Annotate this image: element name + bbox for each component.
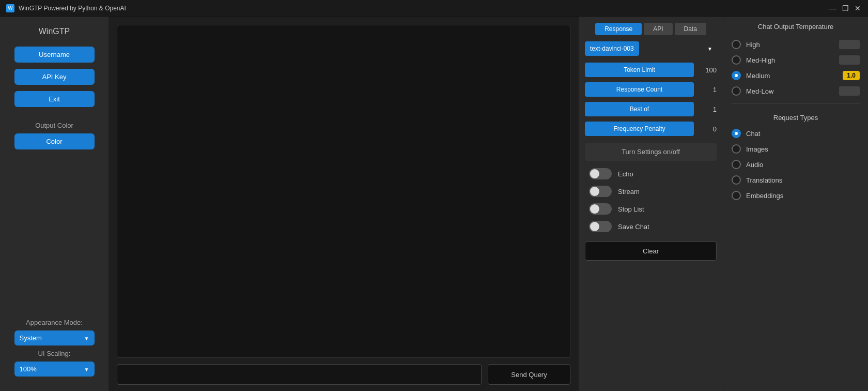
temperature-medhigh-slider[interactable] bbox=[839, 55, 860, 65]
request-translations-label: Translations bbox=[746, 176, 860, 184]
request-chat-row: Chat bbox=[732, 126, 860, 141]
minimize-button[interactable]: — bbox=[829, 4, 837, 12]
stop-list-toggle[interactable] bbox=[589, 203, 612, 215]
close-button[interactable]: ✕ bbox=[854, 4, 862, 12]
tab-api[interactable]: API bbox=[644, 23, 672, 35]
bottom-bar: Send Query bbox=[117, 364, 570, 385]
tab-bar: Response API Data bbox=[579, 23, 723, 41]
color-button[interactable]: Color bbox=[14, 133, 95, 149]
request-audio-row: Audio bbox=[732, 157, 860, 172]
scaling-dropdown-wrapper: 100% 75% 125% 150% ▼ bbox=[14, 362, 95, 377]
temperature-medium-label: Medium bbox=[746, 72, 838, 80]
echo-label: Echo bbox=[618, 170, 633, 178]
model-dropdown[interactable]: text-davinci-003 gpt-3.5-turbo gpt-4 tex… bbox=[585, 41, 639, 56]
username-button[interactable]: Username bbox=[14, 47, 95, 63]
request-chat-radio[interactable] bbox=[732, 129, 741, 138]
temperature-medium-badge: 1.0 bbox=[843, 71, 860, 80]
save-chat-toggle[interactable] bbox=[589, 221, 612, 232]
output-color-section: Output Color Color bbox=[8, 122, 100, 149]
request-types-title: Request Types bbox=[732, 114, 860, 122]
sidebar-bottom: Appearance Mode: System Light Dark ▼ UI … bbox=[8, 319, 100, 377]
titlebar: W WinGTP Powered by Python & OpenAI — ❐ … bbox=[0, 0, 868, 17]
scaling-dropdown[interactable]: 100% 75% 125% 150% bbox=[14, 362, 95, 377]
model-dropdown-wrapper: text-davinci-003 gpt-3.5-turbo gpt-4 tex… bbox=[585, 41, 717, 56]
maximize-button[interactable]: ❐ bbox=[841, 4, 849, 12]
best-of-row: Best of 1 bbox=[579, 99, 723, 119]
toggle-section-title: Turn Settings on/off bbox=[585, 143, 717, 161]
far-right-panel: Chat Output Temperature High Med-High Me… bbox=[723, 17, 868, 391]
response-count-row: Response Count 1 bbox=[579, 80, 723, 99]
api-key-button[interactable]: API Key bbox=[14, 69, 95, 85]
save-chat-toggle-row: Save Chat bbox=[579, 218, 723, 235]
main-layout: WinGTP Username API Key Exit Output Colo… bbox=[0, 17, 868, 391]
token-limit-value: 100 bbox=[698, 66, 717, 74]
content-area: Send Query bbox=[109, 17, 579, 391]
temperature-medium-row: Medium 1.0 bbox=[732, 68, 860, 83]
model-selector: text-davinci-003 gpt-3.5-turbo gpt-4 tex… bbox=[579, 41, 723, 60]
temperature-high-row: High bbox=[732, 37, 860, 52]
right-panel: Response API Data text-davinci-003 gpt-3… bbox=[579, 17, 868, 391]
tab-response[interactable]: Response bbox=[595, 23, 642, 35]
temperature-medhigh-row: Med-High bbox=[732, 52, 860, 68]
request-embeddings-radio[interactable] bbox=[732, 191, 741, 200]
request-translations-radio[interactable] bbox=[732, 175, 741, 185]
frequency-penalty-value: 0 bbox=[698, 125, 717, 133]
titlebar-title: WinGTP Powered by Python & OpenAI bbox=[19, 5, 126, 12]
app-icon: W bbox=[6, 4, 14, 12]
clear-button[interactable]: Clear bbox=[585, 242, 717, 261]
request-images-row: Images bbox=[732, 141, 860, 157]
temperature-medlow-label: Med-Low bbox=[746, 87, 834, 95]
appearance-dropdown[interactable]: System Light Dark bbox=[14, 330, 95, 345]
appearance-label: Appearance Mode: bbox=[26, 319, 83, 326]
temperature-high-label: High bbox=[746, 41, 834, 49]
stream-toggle[interactable] bbox=[589, 186, 612, 197]
echo-toggle-row: Echo bbox=[579, 165, 723, 183]
request-chat-label: Chat bbox=[746, 130, 860, 138]
temperature-medlow-radio[interactable] bbox=[732, 86, 741, 96]
appearance-dropdown-wrapper: System Light Dark ▼ bbox=[14, 330, 95, 345]
token-limit-button[interactable]: Token Limit bbox=[585, 63, 694, 77]
request-embeddings-label: Embeddings bbox=[746, 192, 860, 200]
temperature-medlow-row: Med-Low bbox=[732, 83, 860, 99]
exit-button[interactable]: Exit bbox=[14, 91, 95, 107]
frequency-penalty-row: Frequency Penalty 0 bbox=[579, 119, 723, 139]
token-limit-row: Token Limit 100 bbox=[579, 60, 723, 80]
request-images-label: Images bbox=[746, 145, 860, 153]
settings-bottom: Clear bbox=[579, 235, 723, 267]
best-of-button[interactable]: Best of bbox=[585, 102, 694, 116]
temperature-title: Chat Output Temperature bbox=[732, 23, 860, 31]
output-display bbox=[117, 25, 570, 358]
request-audio-radio[interactable] bbox=[732, 160, 741, 169]
ui-scaling-label: UI Scaling: bbox=[38, 350, 71, 357]
temperature-high-slider[interactable] bbox=[839, 40, 860, 49]
sidebar-title: WinGTP bbox=[39, 27, 70, 36]
stop-list-label: Stop List bbox=[618, 205, 644, 213]
panel-divider bbox=[732, 103, 860, 103]
temperature-medhigh-radio[interactable] bbox=[732, 55, 741, 65]
temperature-high-radio[interactable] bbox=[732, 40, 741, 49]
query-input[interactable] bbox=[117, 364, 482, 385]
response-count-button[interactable]: Response Count bbox=[585, 82, 694, 97]
tab-data[interactable]: Data bbox=[675, 23, 706, 35]
response-count-value: 1 bbox=[698, 86, 717, 94]
settings-panel: Response API Data text-davinci-003 gpt-3… bbox=[579, 17, 723, 391]
stream-label: Stream bbox=[618, 188, 640, 196]
titlebar-left: W WinGTP Powered by Python & OpenAI bbox=[6, 4, 126, 12]
stop-list-toggle-row: Stop List bbox=[579, 200, 723, 218]
model-dropdown-arrow: ▼ bbox=[707, 46, 712, 52]
frequency-penalty-button[interactable]: Frequency Penalty bbox=[585, 122, 694, 136]
request-translations-row: Translations bbox=[732, 172, 860, 188]
titlebar-controls: — ❐ ✕ bbox=[829, 4, 862, 12]
request-audio-label: Audio bbox=[746, 161, 860, 169]
stream-toggle-row: Stream bbox=[579, 183, 723, 200]
sidebar: WinGTP Username API Key Exit Output Colo… bbox=[0, 17, 109, 391]
temperature-medium-radio[interactable] bbox=[732, 71, 741, 80]
send-query-button[interactable]: Send Query bbox=[488, 364, 570, 385]
temperature-medlow-slider[interactable] bbox=[839, 86, 860, 96]
request-embeddings-row: Embeddings bbox=[732, 188, 860, 203]
request-images-radio[interactable] bbox=[732, 144, 741, 154]
echo-toggle[interactable] bbox=[589, 168, 612, 179]
output-color-label: Output Color bbox=[35, 122, 73, 129]
best-of-value: 1 bbox=[698, 106, 717, 113]
temperature-medhigh-label: Med-High bbox=[746, 56, 834, 64]
